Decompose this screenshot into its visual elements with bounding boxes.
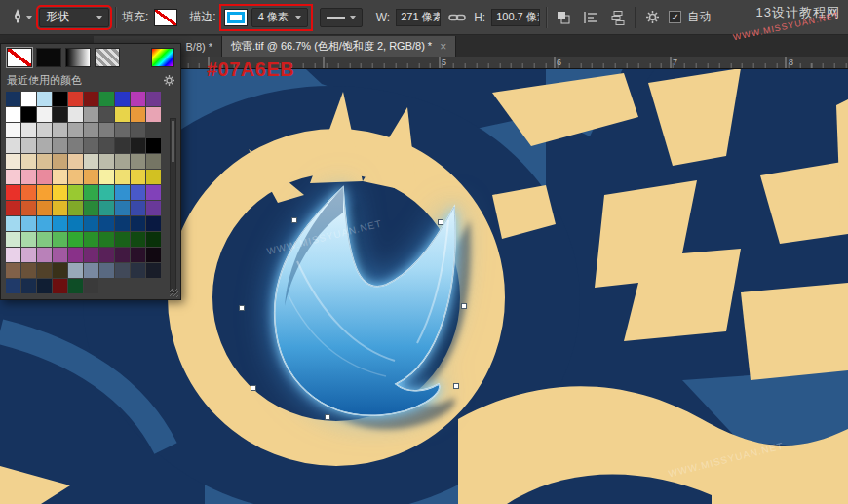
color-swatch[interactable] <box>131 107 145 122</box>
auto-add-delete-checkbox[interactable]: ✓ <box>669 11 681 23</box>
color-swatch[interactable] <box>37 154 52 169</box>
color-swatch[interactable] <box>37 170 52 184</box>
color-swatch[interactable] <box>84 232 98 247</box>
color-swatch[interactable] <box>6 216 20 231</box>
color-swatch[interactable] <box>99 170 114 184</box>
panel-scrollbar[interactable] <box>170 118 176 293</box>
color-swatch[interactable] <box>99 232 114 247</box>
color-swatch[interactable] <box>99 216 114 231</box>
color-swatch[interactable] <box>53 170 67 184</box>
color-swatch[interactable] <box>68 216 83 231</box>
color-swatch[interactable] <box>6 154 20 169</box>
color-swatch[interactable] <box>37 92 52 106</box>
color-swatch[interactable] <box>53 216 67 231</box>
color-swatch[interactable] <box>131 248 145 262</box>
color-swatch[interactable] <box>37 263 52 278</box>
color-swatch[interactable] <box>84 201 98 215</box>
color-swatch[interactable] <box>21 248 36 262</box>
color-swatch[interactable] <box>115 107 130 122</box>
height-field[interactable]: 100.7 像素 <box>491 9 540 26</box>
color-swatch[interactable] <box>53 123 67 137</box>
color-swatch[interactable] <box>37 248 52 262</box>
color-swatch[interactable] <box>6 185 20 200</box>
color-swatch[interactable] <box>146 248 161 262</box>
pattern-button[interactable] <box>95 48 120 67</box>
color-swatch[interactable] <box>115 232 130 247</box>
color-swatch[interactable] <box>115 92 130 106</box>
color-swatch[interactable] <box>37 201 52 215</box>
width-field[interactable]: 271 像素 <box>396 9 441 26</box>
color-swatch[interactable] <box>131 138 145 153</box>
color-swatch[interactable] <box>84 107 98 122</box>
color-swatch[interactable] <box>6 170 20 184</box>
document-tab-active[interactable]: 惊雷.tif @ 66.7% (色相/饱和度 2, RGB/8) * × <box>222 36 456 57</box>
color-swatch[interactable] <box>6 201 20 215</box>
color-swatch[interactable] <box>37 123 52 137</box>
path-alignment-icon[interactable] <box>580 8 601 27</box>
color-swatch[interactable] <box>84 170 98 184</box>
color-swatch[interactable] <box>84 279 98 293</box>
gradient-button[interactable] <box>65 48 91 67</box>
color-swatch[interactable] <box>99 107 114 122</box>
color-swatch[interactable] <box>6 248 20 262</box>
color-swatch[interactable] <box>84 154 98 169</box>
color-swatch[interactable] <box>53 201 67 215</box>
color-swatch[interactable] <box>37 138 52 153</box>
color-swatch[interactable] <box>6 92 20 106</box>
scrollbar-thumb[interactable] <box>172 121 174 162</box>
color-swatch[interactable] <box>68 123 83 137</box>
color-swatch[interactable] <box>53 154 67 169</box>
color-swatch[interactable] <box>115 216 130 231</box>
path-arrangement-icon[interactable] <box>607 8 629 27</box>
color-swatch[interactable] <box>6 107 20 122</box>
color-swatch[interactable] <box>131 201 145 215</box>
color-swatch[interactable] <box>84 92 98 106</box>
color-swatch[interactable] <box>21 232 36 247</box>
panel-resize-grip[interactable] <box>170 289 178 297</box>
color-swatch[interactable] <box>37 185 52 200</box>
color-swatch[interactable] <box>6 279 20 293</box>
color-swatch[interactable] <box>115 201 130 215</box>
color-swatch[interactable] <box>131 263 145 278</box>
stroke-swatch[interactable] <box>224 9 248 26</box>
color-swatch[interactable] <box>21 138 36 153</box>
color-swatch[interactable] <box>146 232 161 247</box>
color-swatch[interactable] <box>115 123 130 137</box>
color-swatch[interactable] <box>68 185 83 200</box>
color-swatch[interactable] <box>115 154 130 169</box>
color-picker-button[interactable] <box>151 48 174 67</box>
color-swatch[interactable] <box>99 123 114 137</box>
color-swatch[interactable] <box>146 263 161 278</box>
color-swatch[interactable] <box>146 138 161 153</box>
color-swatch[interactable] <box>84 216 98 231</box>
color-swatch[interactable] <box>53 232 67 247</box>
color-swatch[interactable] <box>53 107 67 122</box>
color-swatch[interactable] <box>146 201 161 215</box>
color-swatch[interactable] <box>115 185 130 200</box>
color-swatch[interactable] <box>53 248 67 262</box>
color-swatch[interactable] <box>99 185 114 200</box>
color-swatch[interactable] <box>37 279 52 293</box>
color-swatch[interactable] <box>68 170 83 184</box>
color-swatch[interactable] <box>53 185 67 200</box>
color-swatch[interactable] <box>68 232 83 247</box>
color-swatch[interactable] <box>53 92 67 106</box>
color-swatch[interactable] <box>99 92 114 106</box>
color-swatch[interactable] <box>6 263 20 278</box>
color-swatch[interactable] <box>68 263 83 278</box>
color-swatch[interactable] <box>21 201 36 215</box>
color-swatch[interactable] <box>146 123 161 137</box>
no-color-button[interactable] <box>7 48 32 67</box>
color-swatch[interactable] <box>99 263 114 278</box>
color-swatch[interactable] <box>131 92 145 106</box>
color-swatch[interactable] <box>68 279 83 293</box>
path-operations-icon[interactable] <box>553 8 574 27</box>
color-swatch[interactable] <box>115 263 130 278</box>
color-swatch[interactable] <box>68 92 83 106</box>
color-swatch[interactable] <box>131 170 145 184</box>
color-swatch[interactable] <box>21 216 36 231</box>
color-swatch[interactable] <box>115 138 130 153</box>
color-swatch[interactable] <box>146 185 161 200</box>
color-swatch[interactable] <box>6 123 20 137</box>
color-swatch[interactable] <box>21 107 36 122</box>
